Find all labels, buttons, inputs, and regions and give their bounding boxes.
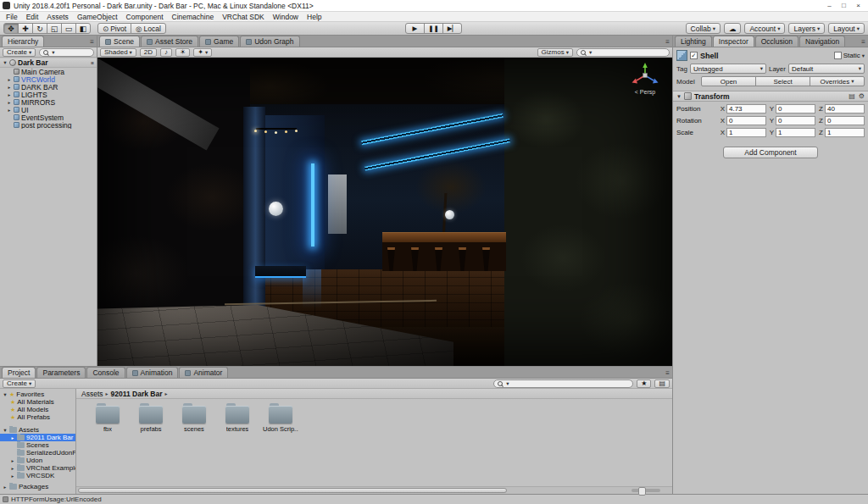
asset-folder-textures[interactable]: textures: [220, 406, 255, 433]
hierarchy-item-mirrors[interactable]: ▸ MIRRORS: [0, 98, 97, 106]
scene-viewport[interactable]: < Persp: [97, 58, 672, 366]
menu-vrchat-sdk[interactable]: VRChat SDK: [218, 13, 269, 21]
minimize-button[interactable]: –: [822, 0, 837, 11]
add-component-button[interactable]: Add Component: [723, 147, 818, 158]
tab-animator[interactable]: Animator: [179, 367, 228, 378]
tab-scene[interactable]: Scene: [99, 36, 140, 47]
draw-mode-dropdown[interactable]: Shaded ▾: [100, 48, 136, 57]
assets-root[interactable]: ▼ Assets: [0, 426, 75, 434]
asset-folder-scenes[interactable]: scenes: [176, 406, 212, 433]
scale-tool-button[interactable]: ◱: [47, 23, 62, 34]
collab-dropdown[interactable]: Collab ▾: [686, 23, 721, 34]
folder-vrchat-examples[interactable]: ▸ VRChat Examples: [0, 464, 75, 472]
model-overrides-button[interactable]: Overrides ▾: [810, 76, 865, 86]
hierarchy-item-dark-bar[interactable]: ▸ DARK BAR: [0, 83, 97, 91]
favorites-all-models[interactable]: ★ All Models: [0, 406, 75, 413]
scale-z-field[interactable]: 1: [825, 128, 865, 137]
hierarchy-item-vrcworld[interactable]: ▸ VRCWorld: [0, 75, 97, 83]
asset-folder-prefabs[interactable]: prefabs: [133, 406, 169, 433]
gameobject-name[interactable]: Shell: [700, 52, 832, 60]
pivot-toggle-button[interactable]: ⊙ Pivot: [97, 23, 131, 34]
position-y-field[interactable]: 0: [776, 104, 815, 114]
account-dropdown[interactable]: Account ▾: [744, 23, 785, 34]
tab-asset-store[interactable]: Asset Store: [141, 36, 198, 47]
tab-animation[interactable]: Animation: [126, 367, 179, 378]
folder-scenes[interactable]: Scenes: [0, 441, 75, 449]
local-toggle-button[interactable]: ◎ Local: [131, 23, 166, 34]
hierarchy-item-lights[interactable]: ▸ LIGHTS: [0, 91, 97, 98]
hierarchy-create-dropdown[interactable]: Create ▾: [3, 48, 36, 57]
hierarchy-item-post-processing[interactable]: post processing: [0, 121, 97, 129]
tab-parameters[interactable]: Parameters: [36, 367, 86, 378]
asset-folder-fbx[interactable]: fbx: [90, 406, 125, 433]
panel-menu-icon[interactable]: ≡: [861, 38, 865, 46]
favorites-root[interactable]: ▼ ★ Favorites: [0, 390, 75, 398]
panel-menu-icon[interactable]: ≡: [665, 38, 670, 46]
effects-dropdown[interactable]: ✦ ▾: [193, 48, 212, 57]
thumbnail-zoom-slider[interactable]: [632, 489, 660, 492]
rotation-x-field[interactable]: 0: [726, 116, 766, 125]
perspective-label[interactable]: < Persp: [635, 89, 655, 95]
tag-dropdown[interactable]: Untagged ▾: [690, 64, 766, 74]
scale-x-field[interactable]: 1: [726, 128, 766, 137]
foldout-open-icon[interactable]: ▼: [676, 94, 682, 99]
status-text[interactable]: HTTPFormUsage:UrlEncoded: [11, 496, 102, 503]
rect-tool-button[interactable]: ▭: [61, 23, 76, 34]
layer-dropdown[interactable]: Default ▾: [788, 64, 865, 74]
menu-edit[interactable]: Edit: [22, 13, 43, 21]
folder-vrcsdk[interactable]: ▸ VRCSDK: [0, 472, 75, 479]
tab-lighting[interactable]: Lighting: [675, 36, 712, 47]
panel-menu-icon[interactable]: ≡: [665, 369, 670, 377]
gizmos-dropdown[interactable]: Gizmos ▾: [537, 48, 573, 57]
favorites-all-materials[interactable]: ★ All Materials: [0, 398, 75, 406]
menu-help[interactable]: Help: [303, 13, 326, 21]
position-z-field[interactable]: 40: [825, 104, 865, 114]
folder-udon[interactable]: ▸ Udon: [0, 457, 75, 464]
audio-toggle-button[interactable]: ♪: [160, 48, 172, 57]
menu-window[interactable]: Window: [269, 13, 303, 21]
model-select-button[interactable]: Select: [755, 76, 810, 86]
gear-icon[interactable]: ⚙: [859, 92, 865, 100]
model-open-button[interactable]: Open: [701, 76, 756, 86]
scale-y-field[interactable]: 1: [776, 128, 815, 137]
horizontal-scrollbar[interactable]: [76, 486, 672, 494]
search-by-type-button[interactable]: ★: [637, 379, 651, 388]
favorites-all-prefabs[interactable]: ★ All Prefabs: [0, 413, 75, 421]
static-checkbox[interactable]: [834, 52, 842, 59]
tab-hierarchy[interactable]: Hierarchy: [2, 36, 44, 47]
scene-root-row[interactable]: ▼ Dark Bar ≡: [0, 58, 97, 68]
cloud-button[interactable]: ☁: [724, 23, 742, 34]
menu-file[interactable]: File: [2, 13, 22, 21]
tab-console[interactable]: Console: [86, 367, 125, 378]
packages-root[interactable]: ▸ Packages: [0, 483, 75, 490]
project-create-dropdown[interactable]: Create ▾: [3, 379, 36, 388]
breadcrumb-assets[interactable]: Assets: [81, 390, 103, 398]
tab-occlusion[interactable]: Occlusion: [755, 36, 798, 47]
lighting-toggle-button[interactable]: ☀: [175, 48, 190, 57]
tab-inspector[interactable]: Inspector: [713, 36, 754, 47]
hand-tool-button[interactable]: ✥: [3, 23, 19, 34]
scrollbar-thumb[interactable]: [78, 488, 507, 493]
hierarchy-item-eventsystem[interactable]: EventSystem: [0, 114, 97, 121]
scene-orientation-gizmo[interactable]: < Persp: [625, 62, 665, 102]
folder-serializedudonprogram[interactable]: SerializedUdonProgram: [0, 449, 75, 457]
active-checkbox[interactable]: ✓: [690, 52, 698, 59]
tab-game[interactable]: Game: [199, 36, 239, 47]
project-search-input[interactable]: ▾: [493, 379, 633, 388]
folder-92011-dark-bar[interactable]: ▸ 92011 Dark Bar: [0, 434, 75, 441]
layout-dropdown[interactable]: Layout ▾: [828, 23, 865, 34]
hierarchy-item-ui[interactable]: ▸ UI: [0, 106, 97, 114]
hierarchy-item-main-camera[interactable]: Main Camera: [0, 68, 97, 75]
menu-gameobject[interactable]: GameObject: [73, 13, 122, 21]
transform-component-header[interactable]: ▼ Transform ▤ ⚙: [673, 91, 868, 102]
transform-tool-button[interactable]: ◧: [75, 23, 91, 34]
rotate-tool-button[interactable]: ↻: [32, 23, 47, 34]
close-button[interactable]: ×: [851, 0, 865, 11]
2d-toggle-button[interactable]: 2D: [140, 48, 157, 57]
position-x-field[interactable]: 4.73: [726, 104, 766, 114]
breadcrumb-current[interactable]: 92011 Dark Bar: [111, 390, 163, 398]
rotation-z-field[interactable]: 0: [825, 116, 865, 125]
pause-button[interactable]: ❚❚: [424, 23, 443, 34]
menu-component[interactable]: Component: [122, 13, 168, 21]
tab-udon-graph[interactable]: Udon Graph: [240, 36, 299, 47]
